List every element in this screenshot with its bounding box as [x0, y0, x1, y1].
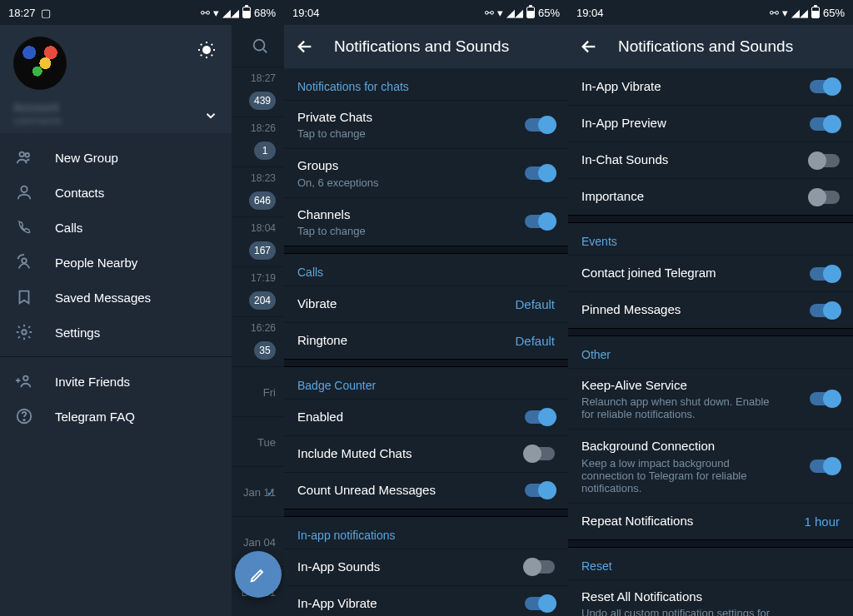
signal-icon: ◢◢	[222, 7, 239, 19]
drawer-people-nearby[interactable]: People Nearby	[0, 245, 232, 280]
toggle[interactable]	[810, 460, 840, 473]
svg-point-13	[21, 186, 27, 192]
drawer-item-label: People Nearby	[55, 256, 137, 270]
toggle[interactable]	[810, 191, 840, 204]
row-inapp-vibrate[interactable]: In-App Vibrate	[568, 68, 853, 105]
svg-point-2	[202, 46, 211, 54]
drawer-new-group[interactable]: New Group	[0, 140, 232, 175]
svg-line-10	[212, 44, 212, 45]
drawer-faq[interactable]: Telegram FAQ	[0, 399, 232, 434]
toggle-muted[interactable]	[525, 447, 555, 460]
chat-row[interactable]: Tue	[232, 416, 284, 466]
row-ringtone[interactable]: Ringtone Default	[284, 322, 568, 359]
svg-line-1	[263, 49, 267, 52]
drawer-contacts[interactable]: Contacts	[0, 175, 232, 210]
status-bar: 19:04 ⚯ ▾ ◢◢ 65%	[284, 0, 568, 25]
row-repeat[interactable]: Repeat Notifications 1 hour	[568, 503, 853, 539]
battery-pct: 65%	[823, 7, 845, 19]
svg-point-0	[254, 40, 265, 51]
row-inchat-sounds[interactable]: In-Chat Sounds	[568, 142, 853, 178]
row-groups[interactable]: GroupsOn, 6 exceptions	[284, 148, 568, 196]
toggle[interactable]	[810, 154, 840, 167]
row-bg-connection[interactable]: Background ConnectionKeep a low impact b…	[568, 429, 853, 502]
row-muted[interactable]: Include Muted Chats	[284, 435, 568, 472]
row-inapp-vibrate[interactable]: In-App Vibrate	[284, 585, 568, 616]
chat-row[interactable]: Fri	[232, 366, 284, 416]
toggle[interactable]	[810, 392, 840, 405]
section-other: Other	[568, 336, 853, 368]
row-unread[interactable]: Count Unread Messages	[284, 472, 568, 509]
account-sub: username	[13, 114, 218, 127]
chevron-down-icon[interactable]	[203, 108, 218, 123]
drawer-item-label: Calls	[55, 221, 82, 235]
toggle-unread[interactable]	[525, 484, 555, 497]
theme-toggle-icon[interactable]	[197, 40, 217, 60]
chat-row[interactable]: 18:04167	[232, 216, 284, 266]
row-vibrate[interactable]: Vibrate Default	[284, 286, 568, 322]
divider	[0, 356, 232, 357]
chat-row[interactable]: 16:2635	[232, 316, 284, 366]
battery-icon	[811, 7, 820, 18]
chat-row[interactable]: 18:27439	[232, 67, 284, 117]
status-bar: 18:27 ▢ ⚯ ▾ ◢◢ 68%	[0, 0, 284, 25]
row-pinned[interactable]: Pinned Messages	[568, 291, 853, 328]
drawer-calls[interactable]: Calls	[0, 210, 232, 245]
section-badge: Badge Counter	[284, 367, 568, 399]
row-channels[interactable]: ChannelsTap to change	[284, 197, 568, 246]
status-time: 19:04	[292, 7, 320, 19]
section-events: Events	[568, 223, 853, 255]
toggle[interactable]	[810, 80, 840, 93]
chat-row[interactable]: 18:261	[232, 117, 284, 166]
battery-pct: 68%	[254, 7, 276, 19]
row-private-chats[interactable]: Private ChatsTap to change	[284, 100, 568, 148]
divider	[568, 215, 853, 223]
signal-icon: ◢◢	[506, 7, 523, 19]
drawer-item-label: Telegram FAQ	[55, 410, 135, 424]
avatar[interactable]	[13, 37, 67, 90]
chat-row[interactable]: 17:19204	[232, 266, 284, 316]
row-importance[interactable]: Importance	[568, 178, 853, 215]
vpn-icon: ⚯	[770, 7, 779, 19]
toggle-groups[interactable]	[525, 166, 555, 180]
divider	[284, 246, 568, 254]
battery-pct: 65%	[538, 7, 560, 19]
row-contact-joined[interactable]: Contact joined Telegram	[568, 255, 853, 291]
svg-line-9	[201, 55, 202, 56]
svg-point-14	[22, 258, 27, 263]
search-icon[interactable]	[251, 37, 269, 55]
drawer-settings[interactable]: Settings	[0, 315, 232, 350]
row-reset[interactable]: Reset All NotificationsUndo all custom n…	[568, 579, 853, 617]
svg-point-12	[25, 153, 29, 157]
chat-list-backdrop: 18:27439 18:261 18:23646 18:04167 17:192…	[232, 25, 284, 616]
svg-point-15	[22, 330, 27, 335]
toggle[interactable]	[810, 117, 840, 131]
wifi-icon: ▾	[497, 7, 503, 19]
section-reset: Reset	[568, 548, 853, 579]
compose-fab[interactable]	[235, 551, 282, 598]
row-inapp-preview[interactable]: In-App Preview	[568, 105, 853, 142]
battery-icon	[242, 7, 251, 18]
wifi-icon: ▾	[782, 7, 788, 19]
drawer-invite[interactable]: Invite Friends	[0, 364, 232, 399]
back-icon[interactable]	[296, 37, 314, 56]
row-inapp-sounds[interactable]: In-App Sounds	[284, 549, 568, 585]
vpn-icon: ⚯	[201, 7, 210, 19]
chat-row[interactable]: 18:23646	[232, 166, 284, 216]
drawer-saved[interactable]: Saved Messages	[0, 280, 232, 315]
drawer-header[interactable]: Account username	[0, 25, 232, 133]
chat-row[interactable]: ✓ Jan 11	[232, 466, 284, 516]
row-keepalive[interactable]: Keep-Alive ServiceRelaunch app when shut…	[568, 368, 853, 429]
back-icon[interactable]	[580, 37, 598, 56]
divider	[284, 509, 568, 517]
row-enabled[interactable]: Enabled	[284, 399, 568, 435]
toggle-channels[interactable]	[525, 215, 555, 228]
toggle-enabled[interactable]	[525, 410, 555, 424]
divider	[284, 359, 568, 367]
toggle-private[interactable]	[525, 118, 555, 132]
toggle-inapp-vibrate[interactable]	[525, 597, 555, 610]
toggle-inapp-sounds[interactable]	[525, 560, 555, 574]
invite-icon	[15, 372, 33, 390]
toggle[interactable]	[810, 267, 840, 281]
svg-point-20	[23, 420, 24, 420]
toggle[interactable]	[810, 304, 840, 317]
